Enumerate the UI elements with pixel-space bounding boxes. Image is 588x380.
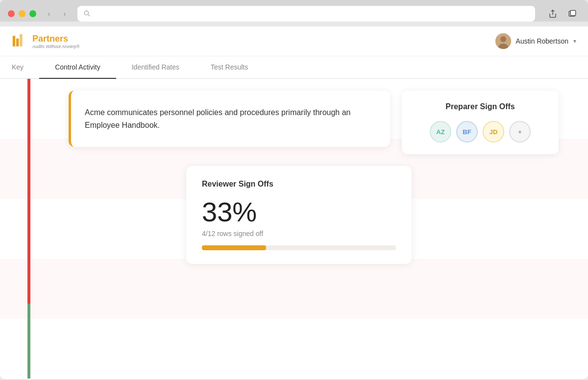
search-icon bbox=[83, 10, 90, 18]
browser-chrome: ‹ › bbox=[0, 0, 588, 22]
window-button[interactable] bbox=[564, 6, 580, 22]
svg-line-1 bbox=[88, 14, 90, 16]
reviewer-rows-signed: 4/12 rows signed off bbox=[202, 230, 396, 238]
progress-bar-fill bbox=[202, 245, 266, 250]
browser-titlebar: ‹ › bbox=[8, 6, 580, 22]
logo-icon bbox=[12, 32, 29, 50]
svg-rect-5 bbox=[16, 39, 19, 47]
logo-text: Partners bbox=[32, 34, 68, 44]
content-area: Acme communicates personnel policies and… bbox=[0, 79, 588, 379]
activity-card: Acme communicates personnel policies and… bbox=[69, 91, 390, 147]
fullscreen-button[interactable] bbox=[29, 10, 36, 17]
logo-subtitle: Audits Without Anxiety® bbox=[32, 44, 79, 49]
reviewer-card-title: Reviewer Sign Offs bbox=[202, 180, 396, 189]
content-inner: Acme communicates personnel policies and… bbox=[0, 79, 588, 379]
tab-key[interactable]: Key bbox=[0, 56, 39, 79]
reviewer-percentage: 33% bbox=[202, 198, 396, 226]
second-row: Reviewer Sign Offs 33% 4/12 rows signed … bbox=[39, 166, 559, 264]
avatars-row: AZ BF JD + bbox=[416, 121, 545, 142]
app-header: Partners Audits Without Anxiety® Austin … bbox=[0, 26, 588, 56]
app-window: Partners Audits Without Anxiety® Austin … bbox=[0, 26, 588, 379]
nav-tabs: Key Control Activity Identified Rates Te… bbox=[0, 56, 588, 79]
browser-actions bbox=[545, 6, 580, 22]
svg-rect-4 bbox=[13, 36, 15, 47]
tab-identified-rates[interactable]: Identified Rates bbox=[116, 56, 195, 79]
share-button[interactable] bbox=[545, 6, 561, 22]
svg-rect-3 bbox=[570, 10, 576, 16]
progress-bar-container bbox=[202, 245, 396, 250]
username: Austin Robertson bbox=[516, 37, 568, 45]
address-bar[interactable] bbox=[77, 6, 535, 22]
preparer-card-title: Preparer Sign Offs bbox=[416, 102, 545, 111]
reviewer-card: Reviewer Sign Offs 33% 4/12 rows signed … bbox=[186, 166, 412, 264]
content-grid: Acme communicates personnel policies and… bbox=[39, 91, 559, 154]
minimize-button[interactable] bbox=[19, 10, 25, 17]
close-button[interactable] bbox=[8, 10, 15, 17]
tab-control-activity[interactable]: Control Activity bbox=[39, 56, 116, 79]
avatar-bf[interactable]: BF bbox=[456, 121, 478, 142]
avatar-image bbox=[495, 33, 511, 49]
back-button[interactable]: ‹ bbox=[42, 7, 56, 21]
svg-point-0 bbox=[84, 11, 88, 15]
avatar bbox=[495, 33, 511, 49]
address-input[interactable] bbox=[94, 10, 529, 18]
user-profile[interactable]: Austin Robertson ▾ bbox=[495, 33, 576, 49]
svg-point-8 bbox=[500, 36, 506, 42]
browser-nav: ‹ › bbox=[42, 7, 72, 21]
avatar-jd[interactable]: JD bbox=[483, 121, 504, 142]
logo-container: Partners Audits Without Anxiety® bbox=[12, 32, 79, 50]
traffic-lights bbox=[8, 10, 36, 17]
avatar-az[interactable]: AZ bbox=[430, 121, 451, 142]
activity-text: Acme communicates personnel policies and… bbox=[85, 106, 376, 131]
avatar-add[interactable]: + bbox=[509, 121, 531, 142]
preparer-card: Preparer Sign Offs AZ BF JD + bbox=[402, 91, 559, 154]
forward-button[interactable]: › bbox=[58, 7, 72, 21]
svg-rect-6 bbox=[20, 34, 22, 47]
chevron-down-icon: ▾ bbox=[573, 38, 576, 45]
tab-test-results[interactable]: Test Results bbox=[195, 56, 264, 79]
